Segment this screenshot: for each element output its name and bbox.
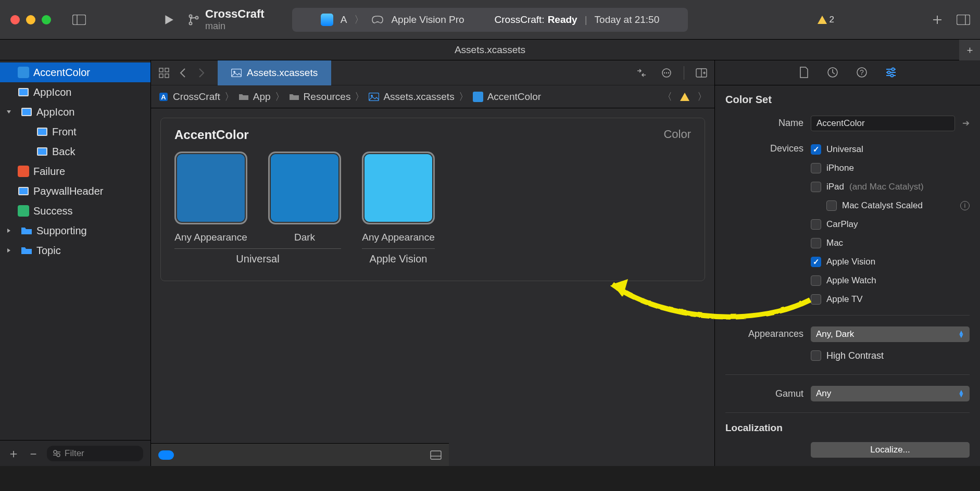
toggle-right-sidebar-button[interactable] (956, 12, 971, 27)
nav-item-appicon[interactable]: AppIcon (0, 82, 150, 102)
device-checkbox[interactable] (826, 200, 837, 211)
issues-badge[interactable]: 2 (817, 15, 834, 25)
nav-item-topic[interactable]: Topic (0, 241, 150, 260)
nav-item-appicon[interactable]: AppIcon (0, 102, 150, 122)
review-changes-button[interactable] (634, 65, 649, 81)
info-icon[interactable]: i (960, 201, 970, 210)
color-well[interactable]: Dark (268, 152, 341, 243)
gamut-select[interactable]: Any ▲▼ (811, 386, 970, 401)
titlebar: CrossCraft main A 〉 Apple Vision Pro Cro… (0, 0, 980, 40)
localization-label: Localization (725, 422, 970, 434)
crumb-1[interactable]: App (253, 91, 271, 103)
svg-point-32 (668, 72, 669, 73)
device-checkbox[interactable] (811, 163, 821, 173)
add-editor-button[interactable] (694, 65, 709, 81)
nav-item-supporting[interactable]: Supporting (0, 221, 150, 241)
device-checkbox[interactable] (811, 182, 821, 192)
color-well[interactable]: Any Appearance (174, 152, 247, 243)
disclosure-icon[interactable] (6, 228, 14, 233)
filter-placeholder: Filter (65, 448, 84, 459)
window-tab-title[interactable]: Assets.xcassets (455, 44, 525, 56)
close-window-button[interactable] (10, 15, 20, 24)
high-contrast-checkbox[interactable] (811, 350, 821, 361)
image-set-icon (21, 107, 32, 117)
color-swatch-icon (18, 166, 29, 177)
new-window-tab-button[interactable]: ＋ (959, 40, 980, 60)
help-inspector-tab[interactable]: ? (856, 67, 868, 78)
name-arrow-icon[interactable]: ➔ (962, 118, 970, 129)
crumb-4[interactable]: AccentColor (487, 91, 542, 103)
run-button[interactable] (161, 12, 176, 27)
localize-button[interactable]: Localize... (811, 442, 970, 458)
related-items-button[interactable] (156, 65, 172, 81)
svg-rect-7 (957, 15, 970, 24)
window-tab-bar: Assets.xcassets ＋ (0, 40, 980, 60)
minimize-window-button[interactable] (26, 15, 35, 24)
project-icon: A (158, 92, 169, 102)
color-preview (362, 152, 435, 224)
warning-icon[interactable] (680, 92, 690, 102)
disclosure-icon[interactable] (6, 109, 14, 115)
device-row-apple-vision: Apple Vision (811, 253, 970, 271)
name-field[interactable] (811, 116, 955, 131)
svg-rect-10 (19, 89, 28, 95)
add-asset-button[interactable]: ＋ (7, 445, 20, 462)
library-button[interactable] (930, 12, 945, 27)
nav-forward-button[interactable] (194, 65, 209, 81)
nav-item-front[interactable]: Front (0, 122, 150, 142)
appearances-select[interactable]: Any, Dark ▲▼ (811, 326, 970, 342)
svg-point-30 (664, 72, 665, 73)
crumb-3[interactable]: Assets.xcassets (383, 91, 454, 103)
device-label: iPhone (826, 163, 854, 173)
nav-item-label: Success (33, 205, 73, 217)
device-checkbox[interactable] (811, 238, 821, 248)
attributes-inspector-tab[interactable] (885, 67, 897, 78)
scheme-app-icon (321, 14, 333, 26)
devices-label: Devices (725, 140, 803, 154)
activity-status[interactable]: A 〉 Apple Vision Pro CrossCraft: Ready |… (292, 8, 688, 32)
zoom-window-button[interactable] (42, 15, 51, 24)
toggle-left-sidebar-button[interactable] (72, 12, 86, 27)
device-checkbox[interactable] (811, 219, 821, 230)
group-label: Apple Vision (362, 248, 435, 265)
nav-item-accentcolor[interactable]: AccentColor (0, 62, 150, 82)
svg-rect-14 (38, 129, 46, 135)
nav-back-button[interactable] (175, 65, 191, 81)
nav-item-paywallheader[interactable]: PaywallHeader (0, 181, 150, 201)
device-row-apple-watch: Apple Watch (811, 271, 970, 290)
file-inspector-tab[interactable] (799, 66, 809, 79)
breadcrumb-bar: A CrossCraft 〉 App 〉 Resources 〉 Assets.… (151, 85, 714, 108)
nav-item-failure[interactable]: Failure (0, 161, 150, 181)
navigator-footer: ＋ － Filter (0, 440, 150, 466)
device-checkbox[interactable] (811, 275, 821, 286)
disclosure-icon[interactable] (6, 248, 14, 253)
editor-file-tab[interactable]: Assets.xcassets (218, 60, 331, 85)
nav-item-label: AppIcon (33, 86, 71, 98)
debug-indicator[interactable] (158, 450, 174, 460)
crumb-prev-button[interactable]: 〈 (662, 90, 672, 104)
folder-icon (21, 226, 32, 235)
crumb-0[interactable]: CrossCraft (173, 91, 220, 103)
device-checkbox[interactable] (811, 257, 821, 267)
toggle-debug-area-button[interactable] (430, 450, 442, 460)
nav-item-back[interactable]: Back (0, 142, 150, 161)
crumb-next-button[interactable]: 〉 (697, 90, 707, 104)
filter-field[interactable]: Filter (47, 446, 143, 461)
remove-asset-button[interactable]: － (27, 445, 40, 462)
gamut-value: Any (816, 388, 831, 399)
color-well[interactable]: Any Appearance (362, 152, 435, 243)
inspector-panel: ? Color Set Name ➔ Devices UniversaliPho… (714, 60, 980, 466)
crumb-2[interactable]: Resources (304, 91, 351, 103)
nav-item-label: Back (52, 146, 75, 158)
device-checkbox[interactable] (811, 144, 821, 155)
nav-item-success[interactable]: Success (0, 201, 150, 221)
scheme-branch[interactable]: CrossCraft main (187, 7, 265, 32)
device-row-mac: Mac (811, 234, 970, 253)
history-inspector-tab[interactable] (827, 67, 838, 78)
svg-point-31 (666, 72, 667, 73)
nav-item-label: Topic (36, 245, 61, 257)
device-checkbox[interactable] (811, 294, 821, 305)
scheme-app-label: A (341, 14, 347, 26)
well-label: Dark (294, 232, 315, 243)
editor-options-button[interactable] (659, 65, 674, 81)
